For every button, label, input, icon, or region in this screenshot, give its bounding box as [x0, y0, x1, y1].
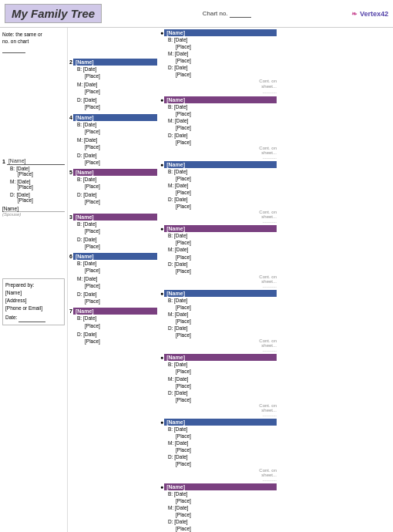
p10-m-p: [Place]: [176, 189, 277, 196]
p14-m-l: M:: [168, 440, 173, 446]
p5-b-label: B:: [77, 177, 82, 182]
p8-cont: Cont. on sheet... ...........: [160, 79, 277, 96]
p4-b-label: B:: [77, 122, 82, 127]
person5-name: [Name]: [73, 169, 157, 176]
p11-m-l: M:: [168, 247, 173, 252]
person3-block: 3 [Name] B: [Date] [Place] D: [Date] [Pl…: [69, 214, 157, 250]
person8-fields: B: [Date] [Place] M: [Date] [Place] D: […: [168, 36, 277, 79]
p2-m-label: M:: [77, 82, 82, 87]
person5-num: 5: [69, 170, 72, 175]
person6-header: 6 [Name]: [69, 253, 157, 260]
p14-d-l: D:: [168, 454, 173, 460]
p10-d-d: [Date]: [174, 197, 187, 202]
col-b: 2 [Name] B: [Date] [Place] M: [Date] [Pl…: [68, 28, 159, 532]
p9-dot: ●: [160, 97, 163, 103]
person7-block: 7 [Name] B: [Date] [Place] D: [Date] [Pl…: [69, 308, 157, 344]
p6-b-label: B:: [77, 261, 82, 266]
p14-cont: Cont. on sheet... ...........: [160, 468, 277, 482]
p8-d-d: [Date]: [174, 65, 187, 70]
person11-name: [Name]: [164, 225, 277, 232]
p11-m-d: [Date]: [175, 247, 188, 252]
p9-d-d: [Date]: [174, 133, 187, 138]
person9-header: ● [Name]: [160, 96, 277, 103]
p12-b-p: [Place]: [176, 304, 277, 311]
person12-name: [Name]: [164, 290, 277, 297]
title-box: My Family Tree: [5, 4, 102, 23]
p14-d-p: [Place]: [176, 460, 277, 467]
p6-b-place: [Place]: [85, 267, 157, 274]
p6-m-date: [Date]: [84, 276, 97, 281]
person7-fields: B: [Date] [Place] D: [Date] [Place]: [77, 315, 157, 344]
p9-d-l: D:: [168, 133, 173, 138]
person15-header: ● [Name]: [160, 483, 277, 490]
person10-header: ● [Name]: [160, 161, 277, 168]
p15-b-d: [Date]: [174, 491, 187, 497]
person15-fields: B: [Date] [Place] M: [Date] [Place] D: […: [168, 490, 277, 533]
p15-d-l: D:: [168, 519, 173, 524]
p13-b-p: [Place]: [176, 368, 277, 375]
p2-d-label: D:: [77, 97, 82, 103]
p11-cont: Cont. on sheet... ...........: [160, 274, 277, 288]
date-field: [18, 314, 45, 322]
person4-name: [Name]: [73, 114, 157, 121]
p6-m-place: [Place]: [85, 282, 157, 289]
p2-m-place: [Place]: [85, 88, 157, 95]
p7-d-label: D:: [77, 332, 82, 337]
p14-b-l: B:: [168, 426, 173, 432]
person7-header: 7 [Name]: [69, 308, 157, 315]
person1-fields: B: [Date] [Place] M: [Date] [Place] D: […: [10, 166, 65, 203]
p4-b-date: [Date]: [83, 122, 96, 127]
col-c: ● [Name] B: [Date] [Place] M: [Date] [Pl…: [159, 28, 278, 532]
person1-d-row: D: [Date]: [10, 192, 65, 197]
p1-d-label: D:: [10, 192, 15, 197]
person13-block: ● [Name] B: [Date] [Place] M: [Date] [Pl…: [160, 354, 277, 417]
p5-d-label: D:: [77, 192, 82, 197]
p15-d-d: [Date]: [174, 519, 187, 524]
p1-d-place: [Place]: [18, 197, 65, 203]
person15-block: ● [Name] B: [Date] [Place] M: [Date] [Pl…: [160, 483, 277, 533]
prepared-date-row: Date:: [5, 314, 62, 322]
logo-icon: ❧: [351, 10, 358, 18]
p1-m-place: [Place]: [18, 184, 65, 190]
p6-d-label: D:: [77, 291, 82, 297]
p13-dot: ●: [160, 355, 163, 360]
person1-number: 1: [2, 159, 5, 164]
p10-d-l: D:: [168, 197, 173, 202]
p13-cont: Cont. on sheet... ...........: [160, 403, 277, 417]
person7-num: 7: [69, 308, 72, 314]
person2-name: [Name]: [73, 59, 157, 66]
p11-d-d: [Date]: [174, 261, 187, 267]
person14-header: ● [Name]: [160, 419, 277, 426]
p6-b-date: [Date]: [83, 261, 96, 266]
p8-sheet: sheet...: [261, 84, 277, 89]
person15-name: [Name]: [164, 483, 277, 490]
person14-block: ● [Name] B: [Date] [Place] M: [Date] [Pl…: [160, 419, 277, 482]
p1-m-date: [Date]: [17, 179, 30, 184]
info-panel: Note: the same orno. on chart 1 [Name] B…: [0, 28, 68, 532]
p9-b-d: [Date]: [174, 104, 187, 109]
chart-no-underline: [230, 10, 251, 18]
main-content: Note: the same orno. on chart 1 [Name] B…: [0, 28, 393, 532]
person12-block: ● [Name] B: [Date] [Place] M: [Date] [Pl…: [160, 290, 277, 353]
p8-m-l: M:: [168, 51, 173, 56]
header: My Family Tree Chart no. ❧ Vertex42: [0, 0, 393, 28]
p8-m-d: [Date]: [175, 51, 188, 56]
p8-d-p: [Place]: [176, 71, 277, 78]
p10-b-d: [Date]: [174, 169, 187, 174]
p12-m-p: [Place]: [176, 318, 277, 325]
p13-d-p: [Place]: [176, 396, 277, 403]
p8-b-d: [Date]: [174, 37, 187, 42]
prepared-address: [Address]: [5, 297, 62, 305]
p6-m-label: M:: [77, 276, 82, 281]
p9-m-p: [Place]: [176, 124, 277, 131]
p13-d-d: [Date]: [174, 390, 187, 396]
p7-d-place: [Place]: [85, 338, 157, 345]
prepared-by-box: Prepared by: [Name] [Address] [Phone or …: [2, 278, 65, 325]
person13-name: [Name]: [164, 354, 277, 361]
p3-b-date: [Date]: [83, 221, 96, 227]
p15-b-p: [Place]: [176, 497, 277, 504]
p9-b-p: [Place]: [176, 110, 277, 117]
p3-d-place: [Place]: [85, 243, 157, 250]
chart-no-label: Chart no.: [203, 10, 228, 17]
p12-d-d: [Date]: [174, 325, 187, 331]
